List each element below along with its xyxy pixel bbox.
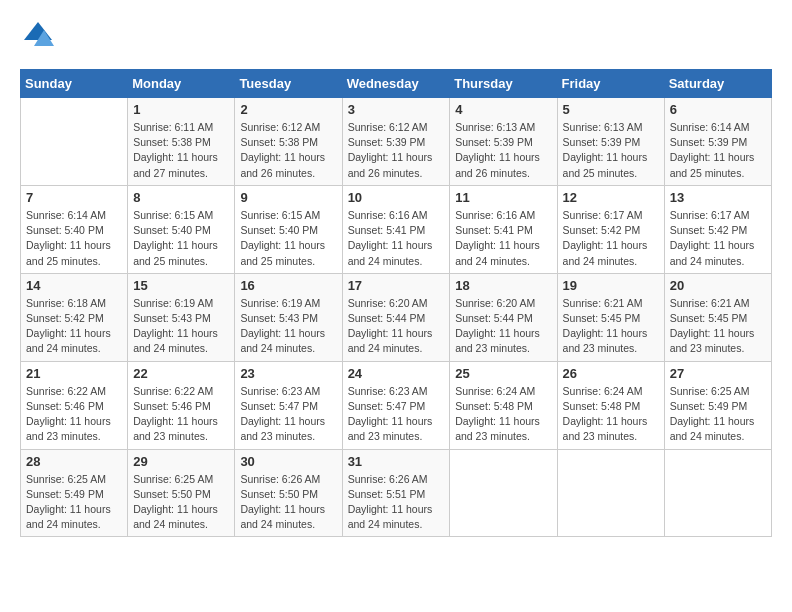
day-info: Sunrise: 6:11 AMSunset: 5:38 PMDaylight:… xyxy=(133,120,229,181)
calendar-week-row: 7Sunrise: 6:14 AMSunset: 5:40 PMDaylight… xyxy=(21,185,772,273)
calendar-day-4: 4Sunrise: 6:13 AMSunset: 5:39 PMDaylight… xyxy=(450,98,557,186)
day-number: 13 xyxy=(670,190,766,205)
calendar-day-12: 12Sunrise: 6:17 AMSunset: 5:42 PMDayligh… xyxy=(557,185,664,273)
day-info: Sunrise: 6:15 AMSunset: 5:40 PMDaylight:… xyxy=(240,208,336,269)
calendar-empty-cell xyxy=(664,449,771,537)
day-info: Sunrise: 6:26 AMSunset: 5:51 PMDaylight:… xyxy=(348,472,445,533)
calendar-day-3: 3Sunrise: 6:12 AMSunset: 5:39 PMDaylight… xyxy=(342,98,450,186)
calendar-day-7: 7Sunrise: 6:14 AMSunset: 5:40 PMDaylight… xyxy=(21,185,128,273)
col-header-saturday: Saturday xyxy=(664,70,771,98)
day-number: 20 xyxy=(670,278,766,293)
day-number: 5 xyxy=(563,102,659,117)
calendar-day-31: 31Sunrise: 6:26 AMSunset: 5:51 PMDayligh… xyxy=(342,449,450,537)
day-number: 6 xyxy=(670,102,766,117)
calendar-day-2: 2Sunrise: 6:12 AMSunset: 5:38 PMDaylight… xyxy=(235,98,342,186)
day-info: Sunrise: 6:19 AMSunset: 5:43 PMDaylight:… xyxy=(240,296,336,357)
calendar-day-24: 24Sunrise: 6:23 AMSunset: 5:47 PMDayligh… xyxy=(342,361,450,449)
day-info: Sunrise: 6:20 AMSunset: 5:44 PMDaylight:… xyxy=(348,296,445,357)
day-number: 31 xyxy=(348,454,445,469)
day-number: 12 xyxy=(563,190,659,205)
calendar-empty-cell xyxy=(557,449,664,537)
day-info: Sunrise: 6:24 AMSunset: 5:48 PMDaylight:… xyxy=(455,384,551,445)
day-info: Sunrise: 6:13 AMSunset: 5:39 PMDaylight:… xyxy=(563,120,659,181)
day-number: 11 xyxy=(455,190,551,205)
day-number: 7 xyxy=(26,190,122,205)
calendar-day-1: 1Sunrise: 6:11 AMSunset: 5:38 PMDaylight… xyxy=(128,98,235,186)
day-number: 27 xyxy=(670,366,766,381)
calendar-day-10: 10Sunrise: 6:16 AMSunset: 5:41 PMDayligh… xyxy=(342,185,450,273)
day-number: 18 xyxy=(455,278,551,293)
day-info: Sunrise: 6:20 AMSunset: 5:44 PMDaylight:… xyxy=(455,296,551,357)
calendar-empty-cell xyxy=(450,449,557,537)
day-number: 26 xyxy=(563,366,659,381)
calendar-day-29: 29Sunrise: 6:25 AMSunset: 5:50 PMDayligh… xyxy=(128,449,235,537)
calendar-day-11: 11Sunrise: 6:16 AMSunset: 5:41 PMDayligh… xyxy=(450,185,557,273)
logo xyxy=(20,20,54,53)
col-header-friday: Friday xyxy=(557,70,664,98)
calendar-day-15: 15Sunrise: 6:19 AMSunset: 5:43 PMDayligh… xyxy=(128,273,235,361)
day-info: Sunrise: 6:23 AMSunset: 5:47 PMDaylight:… xyxy=(240,384,336,445)
calendar-day-8: 8Sunrise: 6:15 AMSunset: 5:40 PMDaylight… xyxy=(128,185,235,273)
day-number: 29 xyxy=(133,454,229,469)
day-number: 16 xyxy=(240,278,336,293)
day-info: Sunrise: 6:19 AMSunset: 5:43 PMDaylight:… xyxy=(133,296,229,357)
day-info: Sunrise: 6:14 AMSunset: 5:39 PMDaylight:… xyxy=(670,120,766,181)
day-number: 3 xyxy=(348,102,445,117)
calendar-day-28: 28Sunrise: 6:25 AMSunset: 5:49 PMDayligh… xyxy=(21,449,128,537)
day-info: Sunrise: 6:12 AMSunset: 5:38 PMDaylight:… xyxy=(240,120,336,181)
day-number: 28 xyxy=(26,454,122,469)
page-header xyxy=(20,20,772,53)
day-number: 1 xyxy=(133,102,229,117)
calendar-week-row: 14Sunrise: 6:18 AMSunset: 5:42 PMDayligh… xyxy=(21,273,772,361)
calendar-day-14: 14Sunrise: 6:18 AMSunset: 5:42 PMDayligh… xyxy=(21,273,128,361)
day-info: Sunrise: 6:17 AMSunset: 5:42 PMDaylight:… xyxy=(670,208,766,269)
day-number: 22 xyxy=(133,366,229,381)
day-number: 14 xyxy=(26,278,122,293)
calendar-day-23: 23Sunrise: 6:23 AMSunset: 5:47 PMDayligh… xyxy=(235,361,342,449)
day-number: 23 xyxy=(240,366,336,381)
calendar-day-22: 22Sunrise: 6:22 AMSunset: 5:46 PMDayligh… xyxy=(128,361,235,449)
logo-icon xyxy=(22,20,54,48)
day-number: 24 xyxy=(348,366,445,381)
day-info: Sunrise: 6:18 AMSunset: 5:42 PMDaylight:… xyxy=(26,296,122,357)
calendar-day-9: 9Sunrise: 6:15 AMSunset: 5:40 PMDaylight… xyxy=(235,185,342,273)
col-header-tuesday: Tuesday xyxy=(235,70,342,98)
day-number: 21 xyxy=(26,366,122,381)
calendar-table: SundayMondayTuesdayWednesdayThursdayFrid… xyxy=(20,69,772,537)
day-number: 8 xyxy=(133,190,229,205)
day-info: Sunrise: 6:21 AMSunset: 5:45 PMDaylight:… xyxy=(563,296,659,357)
day-info: Sunrise: 6:24 AMSunset: 5:48 PMDaylight:… xyxy=(563,384,659,445)
day-info: Sunrise: 6:22 AMSunset: 5:46 PMDaylight:… xyxy=(133,384,229,445)
calendar-header-row: SundayMondayTuesdayWednesdayThursdayFrid… xyxy=(21,70,772,98)
calendar-day-26: 26Sunrise: 6:24 AMSunset: 5:48 PMDayligh… xyxy=(557,361,664,449)
calendar-week-row: 1Sunrise: 6:11 AMSunset: 5:38 PMDaylight… xyxy=(21,98,772,186)
day-info: Sunrise: 6:25 AMSunset: 5:49 PMDaylight:… xyxy=(26,472,122,533)
day-number: 15 xyxy=(133,278,229,293)
col-header-thursday: Thursday xyxy=(450,70,557,98)
calendar-day-20: 20Sunrise: 6:21 AMSunset: 5:45 PMDayligh… xyxy=(664,273,771,361)
day-info: Sunrise: 6:14 AMSunset: 5:40 PMDaylight:… xyxy=(26,208,122,269)
day-info: Sunrise: 6:12 AMSunset: 5:39 PMDaylight:… xyxy=(348,120,445,181)
day-info: Sunrise: 6:23 AMSunset: 5:47 PMDaylight:… xyxy=(348,384,445,445)
day-info: Sunrise: 6:17 AMSunset: 5:42 PMDaylight:… xyxy=(563,208,659,269)
col-header-sunday: Sunday xyxy=(21,70,128,98)
calendar-day-17: 17Sunrise: 6:20 AMSunset: 5:44 PMDayligh… xyxy=(342,273,450,361)
day-info: Sunrise: 6:16 AMSunset: 5:41 PMDaylight:… xyxy=(455,208,551,269)
calendar-day-18: 18Sunrise: 6:20 AMSunset: 5:44 PMDayligh… xyxy=(450,273,557,361)
day-number: 30 xyxy=(240,454,336,469)
day-number: 9 xyxy=(240,190,336,205)
calendar-week-row: 28Sunrise: 6:25 AMSunset: 5:49 PMDayligh… xyxy=(21,449,772,537)
day-info: Sunrise: 6:22 AMSunset: 5:46 PMDaylight:… xyxy=(26,384,122,445)
calendar-day-21: 21Sunrise: 6:22 AMSunset: 5:46 PMDayligh… xyxy=(21,361,128,449)
day-info: Sunrise: 6:26 AMSunset: 5:50 PMDaylight:… xyxy=(240,472,336,533)
day-number: 2 xyxy=(240,102,336,117)
calendar-day-16: 16Sunrise: 6:19 AMSunset: 5:43 PMDayligh… xyxy=(235,273,342,361)
calendar-day-5: 5Sunrise: 6:13 AMSunset: 5:39 PMDaylight… xyxy=(557,98,664,186)
day-info: Sunrise: 6:25 AMSunset: 5:50 PMDaylight:… xyxy=(133,472,229,533)
calendar-day-13: 13Sunrise: 6:17 AMSunset: 5:42 PMDayligh… xyxy=(664,185,771,273)
calendar-day-6: 6Sunrise: 6:14 AMSunset: 5:39 PMDaylight… xyxy=(664,98,771,186)
calendar-day-30: 30Sunrise: 6:26 AMSunset: 5:50 PMDayligh… xyxy=(235,449,342,537)
calendar-week-row: 21Sunrise: 6:22 AMSunset: 5:46 PMDayligh… xyxy=(21,361,772,449)
day-number: 19 xyxy=(563,278,659,293)
col-header-wednesday: Wednesday xyxy=(342,70,450,98)
